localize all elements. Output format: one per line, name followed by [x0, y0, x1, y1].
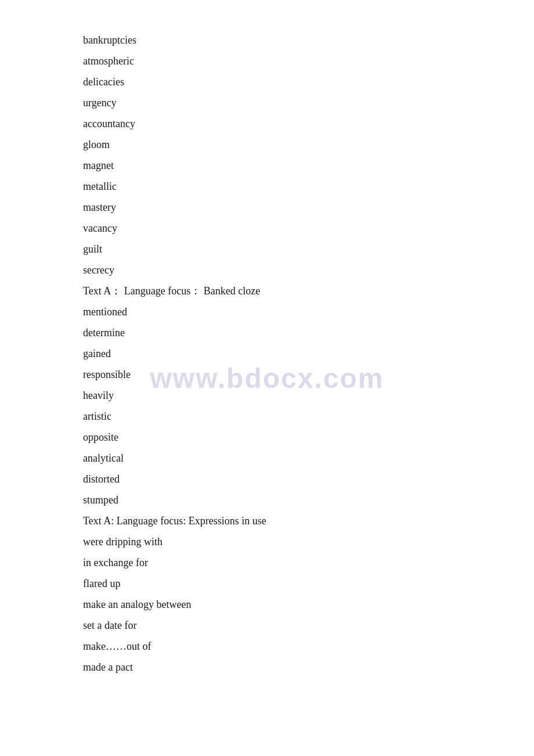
word-item: gloom	[83, 139, 534, 150]
word-item: analytical	[83, 453, 534, 463]
word-item: artistic	[83, 411, 534, 422]
word-item: set a date for	[83, 620, 534, 631]
word-item: accountancy	[83, 118, 534, 129]
word-item: make……out of	[83, 641, 534, 651]
word-item: gained	[83, 348, 534, 359]
word-item: vacancy	[83, 223, 534, 233]
word-item: made a pact	[83, 662, 534, 672]
word-item: urgency	[83, 98, 534, 108]
word-item: magnet	[83, 160, 534, 171]
word-item: stumped	[83, 495, 534, 505]
word-item: were dripping with	[83, 537, 534, 547]
word-item: atmospheric	[83, 56, 534, 66]
word-item: guilt	[83, 244, 534, 254]
word-item: in exchange for	[83, 557, 534, 568]
word-list: bankruptciesatmosphericdelicaciesurgency…	[83, 35, 534, 672]
word-item: mentioned	[83, 307, 534, 317]
word-item: flared up	[83, 578, 534, 589]
word-item: bankruptcies	[83, 35, 534, 45]
word-item: make an analogy between	[83, 599, 534, 610]
word-item: responsible	[83, 369, 534, 380]
word-item: delicacies	[83, 77, 534, 87]
word-item: mastery	[83, 202, 534, 213]
word-item: heavily	[83, 390, 534, 401]
word-item: secrecy	[83, 265, 534, 275]
word-item: metallic	[83, 181, 534, 192]
section-header: Text A: Language focus: Expressions in u…	[83, 516, 534, 526]
word-item: distorted	[83, 474, 534, 484]
word-item: determine	[83, 327, 534, 338]
page-container: www.bdocx.com bankruptciesatmosphericdel…	[0, 0, 534, 718]
word-item: opposite	[83, 432, 534, 442]
section-header: Text A： Language focus： Banked cloze	[83, 286, 534, 296]
